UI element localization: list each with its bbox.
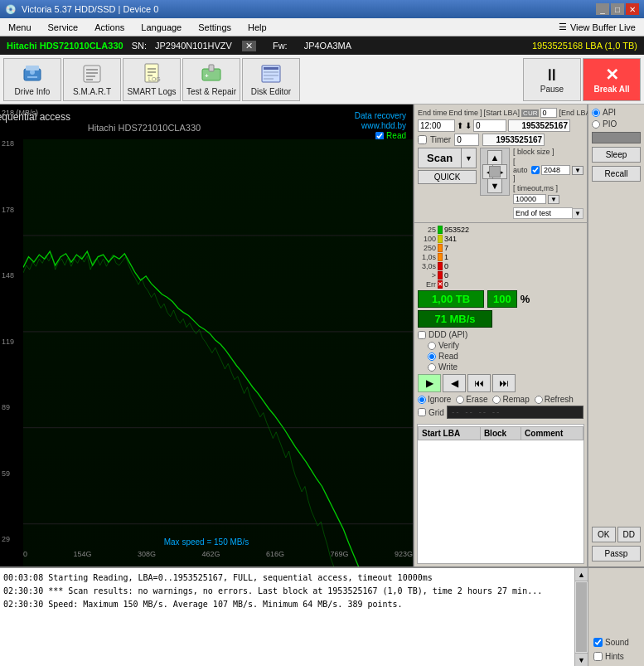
ignore-radio[interactable] (418, 396, 426, 404)
skip-forward-button[interactable]: ⏭ (492, 374, 516, 392)
menu-menu[interactable]: Menu (0, 18, 40, 36)
app-title: Victoria 5.37 HDD/SSD | Device 0 (22, 4, 158, 14)
timeout-input[interactable] (513, 194, 546, 204)
graph-subtitle: Hitachi HDS721010CLA330 (8, 123, 280, 133)
time-input[interactable] (418, 119, 455, 132)
col-comment: Comment (521, 427, 583, 440)
start-lba-input[interactable] (473, 119, 506, 132)
results-table: Start LBA Block Comment (418, 426, 583, 440)
pio-radio[interactable] (592, 120, 600, 129)
view-icon: ☰ (559, 22, 567, 32)
ok-button[interactable]: OK (592, 527, 616, 542)
percent-sign: % (521, 293, 530, 305)
dd-button[interactable]: DD (617, 527, 642, 542)
sleep-button[interactable]: Sleep (592, 147, 641, 163)
skip-back-button[interactable]: ⏮ (467, 374, 491, 392)
bar-label-250: 250 (418, 244, 436, 252)
minimize-button[interactable]: _ (596, 3, 609, 15)
hints-checkbox[interactable] (593, 652, 603, 661)
test-repair-icon: + (200, 62, 223, 85)
sound-label: Sound (605, 638, 629, 647)
test-repair-label: Test & Repair (186, 87, 236, 96)
drive-info-button[interactable]: Drive Info (3, 58, 61, 101)
read-radio[interactable] (428, 352, 436, 361)
remap-radio[interactable] (492, 396, 501, 404)
end-of-test-dropdown[interactable]: ▼ (573, 208, 583, 219)
api-radio[interactable] (592, 109, 600, 117)
svg-text:+: + (205, 72, 209, 80)
x-label-0: 0 (23, 550, 27, 558)
read-checkbox[interactable] (375, 132, 384, 140)
smart-logs-icon: LOG (140, 62, 163, 85)
ddd-api-checkbox[interactable] (418, 331, 426, 339)
cur-value1-input[interactable] (540, 108, 557, 118)
drive-info-label: Drive Info (15, 87, 51, 96)
watermark-recovery: Data recovery (355, 111, 406, 120)
recall-button[interactable]: Recall (592, 166, 641, 182)
close-button[interactable]: ✕ (626, 3, 639, 15)
smart-logs-button[interactable]: LOG SMART Logs (123, 58, 181, 101)
view-buffer-live[interactable]: ☰ View Buffer Live (550, 18, 644, 36)
x-label-462: 462G (201, 550, 220, 558)
grid-display: -- -- -- -- (447, 406, 583, 419)
read-option-label: Read (438, 352, 458, 361)
erase-radio[interactable] (456, 396, 464, 404)
graph-canvas (23, 139, 413, 566)
refresh-radio[interactable] (535, 396, 543, 404)
verify-radio[interactable] (428, 342, 436, 350)
erase-label: Erase (466, 395, 487, 404)
quick-button[interactable]: QUICK (418, 170, 477, 184)
menu-settings[interactable]: Settings (190, 18, 240, 36)
scroll-thumb[interactable] (576, 582, 587, 652)
menu-help[interactable]: Help (240, 18, 275, 36)
fw-value: JP4OA3MA (304, 41, 351, 51)
menu-actions[interactable]: Actions (86, 18, 133, 36)
fw-label: Fw: (273, 41, 288, 51)
bar-3s (438, 262, 443, 270)
svg-rect-19 (264, 71, 278, 73)
write-radio[interactable] (428, 363, 436, 372)
break-icon: ✕ (605, 65, 619, 85)
bar-label-25: 25 (418, 226, 436, 234)
passp-button[interactable]: Passp (592, 546, 641, 561)
timer-input[interactable] (454, 134, 479, 146)
smart-button[interactable]: S.M.A.R.T (63, 58, 121, 101)
end-of-test-input[interactable] (513, 207, 573, 219)
menu-language[interactable]: Language (133, 18, 190, 36)
smart-icon (80, 62, 104, 85)
arrow-up-button[interactable]: ▲ (487, 150, 502, 165)
maximize-button[interactable]: □ (611, 3, 624, 15)
break-all-button[interactable]: ✕ Break All (583, 58, 641, 101)
play-button[interactable]: ▶ (418, 374, 441, 392)
block-size-dropdown[interactable]: ▼ (572, 166, 583, 175)
auto-checkbox[interactable] (531, 166, 540, 174)
back-button[interactable]: ◀ (443, 374, 466, 392)
scan-button[interactable]: Scan (418, 148, 462, 168)
grid-checkbox[interactable] (418, 408, 426, 416)
scan-dropdown-button[interactable]: ▼ (462, 148, 477, 168)
drive-close-button[interactable]: ✕ (242, 41, 256, 51)
lba-info: 1953525168 LBA (1,0 TB) (532, 41, 637, 51)
bar-25 (438, 226, 443, 234)
svg-rect-16 (209, 65, 214, 71)
arrow-down-button[interactable]: ▼ (487, 178, 502, 193)
drive-name: Hitachi HDS721010CLA330 (7, 41, 123, 51)
disk-editor-icon (259, 62, 283, 85)
timer-checkbox[interactable] (418, 135, 427, 144)
timeout-dropdown[interactable]: ▼ (548, 195, 559, 204)
smart-label: S.M.A.R.T (73, 87, 111, 96)
menu-service[interactable]: Service (40, 18, 87, 36)
svg-rect-2 (27, 76, 37, 78)
disk-editor-button[interactable]: Disk Editor (242, 58, 300, 101)
bar-label-100: 100 (418, 235, 436, 243)
sound-checkbox[interactable] (593, 638, 603, 647)
pause-button[interactable]: ⏸ Pause (523, 58, 581, 101)
svg-rect-22 (23, 139, 413, 566)
test-repair-button[interactable]: + Test & Repair (182, 58, 240, 101)
block-size-input[interactable] (541, 165, 570, 175)
svg-text:LOG: LOG (148, 76, 161, 82)
y-label-4: 119 (2, 338, 14, 346)
scroll-down-button[interactable]: ▼ (575, 653, 588, 666)
scroll-up-button[interactable]: ▲ (575, 568, 588, 581)
x-label-769: 769G (330, 550, 348, 558)
